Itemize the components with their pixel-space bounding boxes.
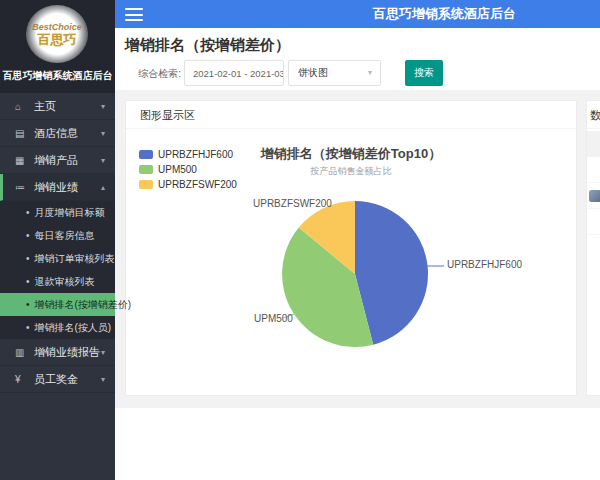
data-panel-title: 数据显示区 — [587, 101, 600, 129]
chevron-down-icon: ▾ — [101, 102, 105, 111]
data-panel: 数据显示区 — [586, 100, 600, 396]
sidebar-item-employee-bonus[interactable]: ¥ 员工奖金 ▾ — [0, 366, 115, 393]
sidebar-item-label: 增销业绩报告 — [34, 345, 101, 360]
chart-area: 增销排名（按增销差价Top10） 按产品销售金额占比 UPRBZFHJF600 … — [126, 129, 576, 395]
sidebar-app-title: 百思巧增销系统酒店后台 — [0, 64, 115, 93]
product-thumbnail — [589, 190, 600, 202]
chart-panel: 图形显示区 增销排名（按增销差价Top10） 按产品销售金额占比 UPRBZFH… — [125, 100, 577, 396]
bonus-icon: ¥ — [15, 374, 30, 385]
sidebar-item-label: 增销产品 — [34, 153, 101, 168]
table-row — [587, 183, 600, 209]
sidebar-subitem-ranking-by-staff[interactable]: 增销排名(按人员) — [0, 316, 115, 339]
report-icon: ▥ — [15, 347, 30, 358]
header-title: 百思巧增销系统酒店后台 — [373, 0, 516, 28]
sidebar-item-label: 增销业绩 — [34, 180, 101, 195]
chevron-down-icon: ▾ — [101, 129, 105, 138]
pie-slice-label: UPRBZFSWF200 — [253, 198, 332, 209]
logo-cn-text: 百思巧 — [38, 32, 77, 47]
sidebar-subitem-order-review-list[interactable]: 增销订单审核列表 — [0, 247, 115, 270]
sidebar-item-upsell-products[interactable]: ▦ 增销产品 ▾ — [0, 147, 115, 174]
table-row — [587, 209, 600, 235]
hotel-info-icon: ▤ — [15, 128, 30, 139]
chevron-down-icon: ▾ — [101, 348, 105, 357]
table-row — [587, 157, 600, 183]
sidebar-menu: ⌂ 主页 ▾ ▤ 酒店信息 ▾ ▦ 增销产品 ▾ ≔ 增销业绩 ▴ 月度增销目标… — [0, 93, 115, 393]
sidebar-subitem-refund-review-list[interactable]: 退款审核列表 — [0, 270, 115, 293]
sidebar: BestChoice 百思巧 百思巧增销系统酒店后台 ⌂ 主页 ▾ ▤ 酒店信息… — [0, 0, 115, 480]
sidebar-item-label: 主页 — [34, 99, 101, 114]
chevron-down-icon: ▾ — [368, 61, 372, 85]
content-area: 图形显示区 增销排名（按增销差价Top10） 按产品销售金额占比 UPRBZFH… — [115, 90, 600, 408]
logo-brand-text: BestChoice — [32, 22, 82, 32]
top-header: 百思巧增销系统酒店后台 — [115, 0, 600, 28]
hamburger-menu-icon[interactable] — [125, 8, 143, 21]
pie-slice-label: UPRBZFHJF600 — [447, 259, 522, 270]
sidebar-item-hotel-info[interactable]: ▤ 酒店信息 ▾ — [0, 120, 115, 147]
chevron-down-icon: ▾ — [101, 156, 105, 165]
chevron-down-icon: ▾ — [101, 375, 105, 384]
sidebar-subitem-ranking-by-margin[interactable]: 增销排名(按增销差价) — [0, 293, 115, 316]
logo-area: BestChoice 百思巧 — [0, 0, 115, 64]
app-root: BestChoice 百思巧 百思巧增销系统酒店后台 ⌂ 主页 ▾ ▤ 酒店信息… — [0, 0, 600, 480]
home-icon: ⌂ — [15, 101, 30, 112]
date-range-input[interactable] — [184, 60, 284, 86]
sidebar-item-label: 酒店信息 — [34, 126, 101, 141]
chevron-up-icon: ▴ — [101, 183, 105, 192]
upsell-product-icon: ▦ — [15, 155, 30, 166]
sidebar-item-home[interactable]: ⌂ 主页 ▾ — [0, 93, 115, 120]
chart-type-select[interactable]: 饼状图 ▾ — [288, 60, 381, 86]
page-title: 增销排名（按增销差价） — [125, 36, 290, 55]
search-label: 综合检索: — [128, 67, 181, 81]
brand-logo: BestChoice 百思巧 — [26, 5, 88, 63]
search-button[interactable]: 搜索 — [405, 60, 443, 86]
toolbar: 增销排名（按增销差价） 综合检索: 饼状图 ▾ 搜索 — [115, 28, 600, 90]
sidebar-item-label: 员工奖金 — [34, 372, 101, 387]
sidebar-item-performance-report[interactable]: ▥ 增销业绩报告 ▾ — [0, 339, 115, 366]
performance-icon: ≔ — [15, 182, 30, 193]
data-table-header — [587, 131, 600, 157]
sidebar-subitem-monthly-target[interactable]: 月度增销目标额 — [0, 201, 115, 224]
pie-slice-label: UPM500 — [254, 313, 293, 324]
sidebar-subitem-daily-room-info[interactable]: 每日客房信息 — [0, 224, 115, 247]
performance-submenu: 月度增销目标额 每日客房信息 增销订单审核列表 退款审核列表 增销排名(按增销差… — [0, 201, 115, 339]
chart-panel-title: 图形显示区 — [126, 101, 576, 129]
chart-type-selected-value: 饼状图 — [298, 67, 328, 78]
sidebar-item-performance[interactable]: ≔ 增销业绩 ▴ — [0, 174, 115, 201]
